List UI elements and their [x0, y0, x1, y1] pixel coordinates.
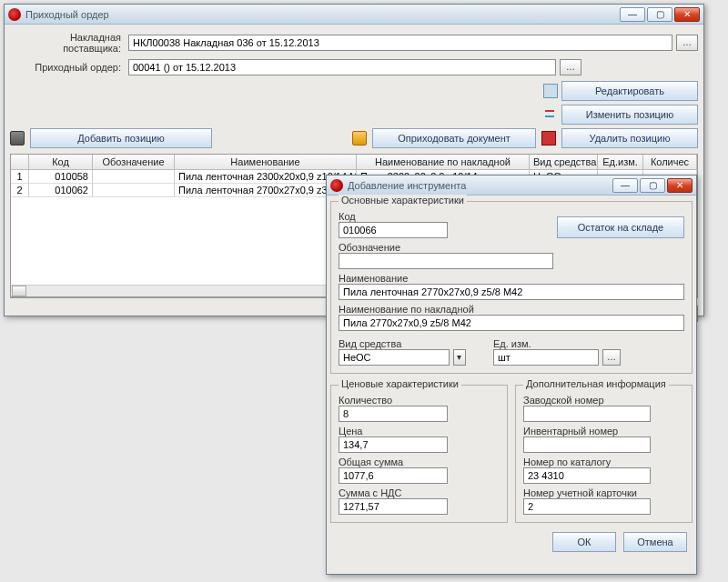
maximize-button[interactable]: ▢	[647, 7, 672, 22]
serial-field[interactable]	[523, 406, 651, 422]
edit-button[interactable]: Редактировать	[561, 81, 698, 101]
mark-field[interactable]	[339, 253, 553, 269]
name-label: Наименование	[339, 273, 684, 284]
apply-document-button[interactable]: Оприходовать документ	[372, 128, 536, 148]
delete-icon	[541, 131, 556, 146]
sum-label: Общая сумма	[339, 457, 500, 467]
mark-label: Обозначение	[339, 242, 684, 253]
open-doc-icon[interactable]	[352, 131, 367, 146]
invoice-name-field[interactable]	[339, 315, 684, 331]
code-label: Код	[339, 211, 448, 222]
dialog-maximize[interactable]: ▢	[640, 178, 665, 193]
vat-field[interactable]	[339, 498, 448, 515]
unit-browse[interactable]: …	[602, 349, 621, 366]
add-position-button[interactable]: Добавить позицию	[30, 128, 212, 148]
supplier-invoice-field[interactable]	[128, 35, 672, 51]
grid-header: Код Обозначение Наименование Наименовани…	[11, 155, 697, 170]
type-label: Вид средства	[339, 338, 466, 349]
dialog-minimize[interactable]: —	[612, 178, 638, 193]
qty-field[interactable]	[339, 406, 448, 422]
type-select[interactable]	[339, 349, 450, 366]
serial-label: Заводской номер	[523, 395, 684, 406]
type-dropdown-icon[interactable]: ▾	[453, 349, 466, 366]
sum-field[interactable]	[339, 467, 448, 484]
cancel-button[interactable]: Отмена	[623, 532, 687, 552]
supplier-invoice-browse[interactable]: …	[676, 35, 698, 51]
col-code: Код	[29, 155, 93, 170]
main-characteristics-group: Основные характеристики Код Остаток на с…	[330, 201, 693, 374]
col-mark: Обозначение	[93, 155, 175, 170]
col-unit: Ед.изм.	[598, 155, 643, 170]
catalog-field[interactable]	[523, 467, 651, 484]
delete-position-button[interactable]: Удалить позицию	[561, 128, 698, 148]
close-button[interactable]: ✕	[674, 7, 700, 22]
price-label: Цена	[339, 426, 500, 436]
inventory-field[interactable]	[523, 436, 651, 453]
app-icon	[8, 8, 21, 21]
app-icon	[330, 179, 343, 192]
price-group: Ценовые характеристики Количество Цена О…	[330, 385, 508, 523]
minimize-button[interactable]: —	[620, 7, 645, 22]
main-titlebar[interactable]: Приходный ордер — ▢ ✕	[5, 5, 703, 25]
change-position-button[interactable]: Изменить позицию	[561, 105, 698, 125]
vat-label: Сумма с НДС	[339, 487, 500, 498]
edit-icon	[543, 84, 558, 98]
order-label: Приходный ордер:	[10, 62, 128, 73]
print-icon[interactable]	[10, 131, 25, 146]
unit-label: Ед. изм.	[493, 338, 621, 349]
qty-label: Количество	[339, 395, 500, 406]
col-invoice-name: Наименование по накладной	[357, 155, 530, 170]
name-field[interactable]	[339, 284, 684, 300]
add-tool-dialog: Добавление инструмента — ▢ ✕ Основные ха…	[326, 175, 697, 575]
unit-field[interactable]	[493, 349, 599, 366]
col-name: Наименование	[175, 155, 357, 170]
window-title: Приходный ордер	[25, 9, 620, 20]
inventory-label: Инвентарный номер	[523, 426, 684, 436]
order-browse[interactable]: …	[560, 59, 581, 75]
stock-balance-button[interactable]: Остаток на складе	[557, 216, 684, 238]
dialog-titlebar[interactable]: Добавление инструмента — ▢ ✕	[327, 176, 696, 196]
dialog-title: Добавление инструмента	[348, 180, 612, 191]
catalog-label: Номер по каталогу	[523, 457, 684, 467]
supplier-invoice-label: Накладная поставщика:	[10, 32, 128, 54]
invoice-name-label: Наименование по накладной	[339, 304, 684, 315]
dialog-close[interactable]: ✕	[667, 178, 693, 193]
card-field[interactable]	[523, 498, 651, 515]
code-field[interactable]	[339, 222, 448, 238]
extra-info-group: Дополнительная информация Заводской номе…	[515, 385, 693, 523]
col-qty: Количес	[643, 155, 697, 170]
price-field[interactable]	[339, 436, 448, 453]
order-field[interactable]	[128, 59, 556, 75]
ok-button[interactable]: ОК	[552, 532, 616, 552]
card-label: Номер учетной карточки	[523, 487, 684, 498]
swap-icon	[543, 107, 558, 122]
col-type: Вид средства	[530, 155, 598, 170]
